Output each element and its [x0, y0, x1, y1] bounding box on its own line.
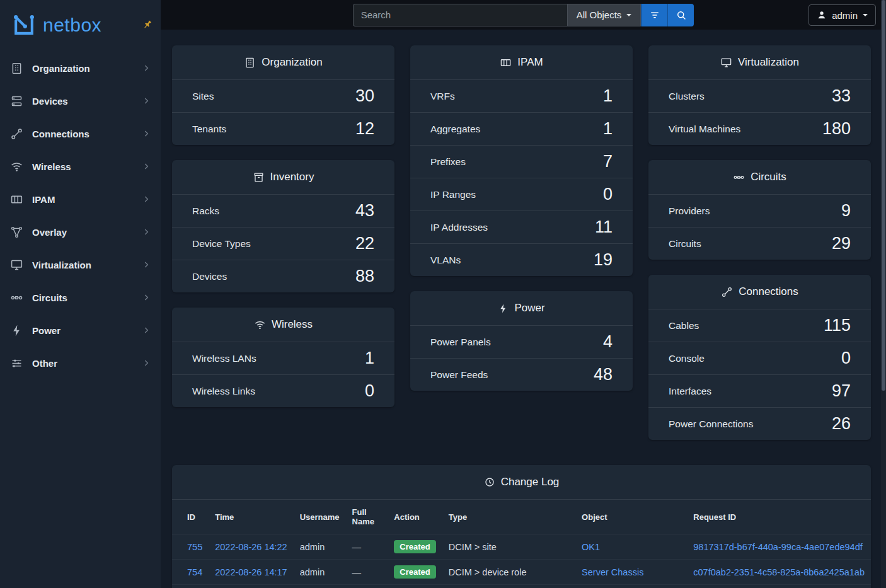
sidebar-item-circuits[interactable]: Circuits [0, 281, 161, 314]
sidebar-item-ipam[interactable]: IPAM [0, 183, 161, 216]
table-row: 754 2022-08-26 14:17 admin — Created DCI… [172, 560, 871, 585]
cable-icon [721, 286, 733, 298]
stat-row-wireless-lans[interactable]: Wireless LANs 1 [172, 342, 394, 374]
object-type-dropdown[interactable]: All Objects [567, 4, 641, 26]
change-object-link[interactable]: OK1 [582, 542, 600, 552]
counter-icon [10, 193, 23, 206]
pin-sidebar-icon[interactable] [142, 19, 153, 30]
stat-row-ip-addresses[interactable]: IP Addresses 11 [410, 210, 633, 243]
chevron-right-icon [142, 293, 151, 302]
stat-row-prefixes[interactable]: Prefixes 7 [410, 145, 633, 178]
changelog-card: Change Log ID Time Username Full Name Ac… [172, 465, 871, 588]
virtualization-card: Virtualization Clusters 33 Virtual Machi… [648, 45, 871, 145]
sidebar-item-organization[interactable]: Organization [0, 52, 161, 84]
sidebar-item-virtualization[interactable]: Virtualization [0, 248, 161, 281]
card-title-circuits: Circuits [648, 160, 871, 195]
stat-row-vrfs[interactable]: VRFs 1 [410, 80, 633, 112]
netbox-logo[interactable]: netbox [0, 0, 161, 52]
col-request-id: Request ID [687, 500, 871, 534]
scrollbar-thumb[interactable] [882, 0, 885, 391]
connections-card: Connections Cables 115 Console 0 Interfa… [648, 275, 871, 440]
history-icon [484, 476, 495, 488]
flash-icon [498, 303, 509, 314]
stat-row-cables[interactable]: Cables 115 [648, 309, 871, 342]
stat-row-ip-ranges[interactable]: IP Ranges 0 [410, 178, 633, 210]
card-title-connections: Connections [648, 275, 871, 309]
change-time-link[interactable]: 2022-08-26 14:17 [215, 567, 287, 577]
netbox-logo-icon [10, 11, 38, 39]
col-object: Object [575, 500, 687, 534]
ipam-card: IPAM VRFs 1 Aggregates 1 Prefixes 7 [410, 45, 633, 276]
stat-row-racks[interactable]: Racks 43 [172, 195, 394, 227]
col-time: Time [209, 500, 294, 534]
stat-row-power-feeds[interactable]: Power Feeds 48 [410, 358, 633, 391]
card-title-virtualization: Virtualization [648, 45, 871, 80]
filter-button[interactable] [641, 4, 667, 26]
sidebar-item-power[interactable]: Power [0, 314, 161, 347]
change-id-link[interactable]: 754 [187, 567, 202, 577]
status-badge: Created [394, 540, 435, 553]
caret-down-icon [863, 14, 868, 16]
change-username: admin [294, 560, 346, 585]
wifi-icon [10, 160, 23, 173]
change-id-link[interactable]: 755 [187, 542, 202, 552]
chevron-right-icon [142, 64, 151, 72]
change-username: admin [294, 585, 346, 588]
stat-row-power-panels[interactable]: Power Panels 4 [410, 326, 633, 358]
sidebar-item-connections[interactable]: Connections [0, 117, 161, 150]
change-object: OnboardAdministrator-2 [575, 585, 687, 588]
search-input[interactable] [353, 4, 567, 26]
stat-row-clusters[interactable]: Clusters 33 [648, 80, 871, 112]
change-full-name: — [346, 560, 388, 585]
stat-row-virtual-machines[interactable]: Virtual Machines 180 [648, 112, 871, 145]
card-title-changelog: Change Log [172, 465, 871, 500]
change-time-link[interactable]: 2022-08-26 14:22 [215, 542, 287, 552]
stat-row-wireless-links[interactable]: Wireless Links 0 [172, 374, 394, 407]
person-icon [817, 10, 827, 20]
stat-row-interfaces[interactable]: Interfaces 97 [648, 374, 871, 407]
stat-row-vlans[interactable]: VLANs 19 [410, 243, 633, 276]
card-title-organization: Organization [172, 45, 394, 80]
chevron-right-icon [142, 228, 151, 236]
change-full-name: — [346, 534, 388, 560]
stat-row-tenants[interactable]: Tenants 12 [172, 112, 394, 145]
circuits-card: Circuits Providers 9 Circuits 29 [648, 160, 871, 260]
chevron-right-icon [142, 96, 151, 105]
sidebar-item-overlay[interactable]: Overlay [0, 216, 161, 248]
table-row: 755 2022-08-26 14:22 admin — Created DCI… [172, 534, 871, 560]
server-icon [10, 95, 23, 108]
request-id-link[interactable]: c07f0ab2-2351-4c58-825a-8b6a2425a1ab [693, 567, 865, 577]
stat-row-console[interactable]: Console 0 [648, 342, 871, 374]
change-full-name: — [346, 585, 388, 588]
stat-row-aggregates[interactable]: Aggregates 1 [410, 112, 633, 145]
brand-wordmark: netbox [43, 14, 101, 36]
counter-icon [500, 57, 512, 69]
status-badge: Created [394, 565, 435, 579]
card-title-power: Power [410, 291, 633, 326]
stat-row-devices[interactable]: Devices 88 [172, 260, 394, 292]
stat-row-device-types[interactable]: Device Types 22 [172, 227, 394, 260]
building-icon [244, 57, 256, 69]
user-menu-button[interactable]: admin [808, 4, 876, 26]
graph-icon [10, 226, 23, 239]
request-id-link[interactable]: 9817317d-b67f-440a-99ca-4ae07ede94df [693, 542, 862, 552]
flash-icon [10, 324, 23, 337]
change-object-link[interactable]: Server Chassis [582, 567, 643, 577]
sidebar-item-devices[interactable]: Devices [0, 84, 161, 117]
stat-row-circuits[interactable]: Circuits 29 [648, 227, 871, 260]
sidebar-item-wireless[interactable]: Wireless [0, 150, 161, 183]
wireless-card: Wireless Wireless LANs 1 Wireless Links … [172, 308, 394, 407]
stat-row-power-connections[interactable]: Power Connections 26 [648, 407, 871, 440]
inventory-card: Inventory Racks 43 Device Types 22 Devic… [172, 160, 394, 292]
sliders-icon [10, 357, 23, 370]
sidebar-item-other[interactable]: Other [0, 347, 161, 379]
card-title-wireless: Wireless [172, 308, 394, 342]
monitor-icon [720, 57, 732, 69]
stat-row-providers[interactable]: Providers 9 [648, 195, 871, 227]
vertical-scrollbar[interactable] [881, 0, 886, 588]
card-title-ipam: IPAM [410, 45, 633, 80]
table-row: 753 2022-08-26 14:15 admin — Created DCI… [172, 585, 871, 588]
chevron-right-icon [142, 195, 151, 204]
stat-row-sites[interactable]: Sites 30 [172, 80, 394, 112]
search-submit-button[interactable] [667, 4, 694, 26]
